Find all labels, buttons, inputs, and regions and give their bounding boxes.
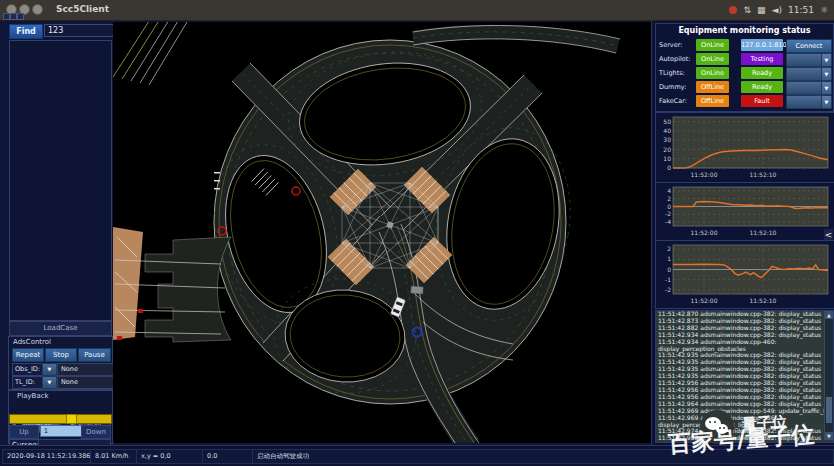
tl-id-dropdown[interactable]: ▼ (42, 376, 57, 389)
screen: Scc5Client ⇅ ▦ ◄) 11:51 ☼ Find LoadCase … (0, 0, 834, 466)
svg-text:2: 2 (667, 245, 671, 252)
status-speed: 8.01 Km/h (90, 449, 142, 464)
map-canvas[interactable] (113, 22, 651, 443)
slider-handle[interactable] (66, 414, 77, 424)
accel-chart-panel: -4-202411:52:0011:52:10 (655, 182, 834, 241)
svg-text:-1: -1 (665, 276, 671, 283)
chevron-down-icon: ▼ (821, 96, 831, 108)
gray-vehicle (411, 286, 424, 294)
down-button[interactable]: Down (81, 425, 111, 439)
status-coords: x,y = 0,0 (136, 449, 208, 464)
equipment-panel: Equipment monitoring status Server: OnLi… (655, 23, 834, 112)
window-title: Scc5Client (56, 4, 109, 14)
log-panel[interactable]: 11:51:42.870 adsmainwindow.cpp-382: disp… (655, 310, 834, 443)
volume-icon[interactable]: ◄) (772, 5, 782, 15)
scroll-up-icon[interactable]: ▲ (825, 311, 833, 319)
steer-chart: -2-101211:52:0011:52:10 (657, 242, 831, 305)
svg-text:11:52:00: 11:52:00 (691, 229, 718, 236)
status-message: 启动自动驾驶成功 (252, 449, 834, 464)
equipment-row-label: FakeCar: (659, 95, 687, 107)
playback-title: PlayBack (17, 392, 49, 400)
find-input[interactable] (44, 24, 116, 37)
step-input[interactable] (40, 425, 86, 437)
chevron-down-icon: ▼ (821, 82, 831, 94)
red-obstacle-marker (138, 309, 143, 313)
log-scrollbar[interactable]: ▲ ▼ (824, 311, 833, 440)
playback-slider[interactable] (9, 414, 112, 424)
svg-text:40: 40 (663, 127, 671, 134)
svg-text:30: 30 (663, 136, 671, 143)
obs-id-value: None (57, 363, 115, 376)
dummy-dropdown[interactable]: ▼ (786, 81, 832, 95)
chevron-down-icon: ▼ (821, 54, 831, 66)
svg-text:50: 50 (663, 118, 671, 125)
equipment-row-label: Server: (659, 39, 682, 51)
status-badge: OnLine (696, 39, 729, 51)
svg-text:1: 1 (667, 255, 671, 262)
svg-text:0: 0 (667, 164, 671, 171)
svg-text:10: 10 (663, 155, 671, 162)
load-case-button[interactable]: LoadCase (9, 321, 112, 336)
scroll-down-icon[interactable]: ▼ (825, 432, 833, 440)
obs-id-dropdown[interactable]: ▼ (42, 363, 57, 376)
settings-gear-icon[interactable]: ☼ (820, 5, 828, 15)
fakecar-dropdown[interactable]: ▼ (786, 95, 832, 109)
clock[interactable]: 11:51 (788, 5, 814, 15)
system-tray: ⇅ ▦ ◄) 11:51 ☼ (729, 2, 828, 18)
status-badge: OnLine (696, 53, 729, 65)
accel-chart: -4-202411:52:0011:52:10 (657, 184, 831, 237)
svg-text:4: 4 (667, 187, 671, 194)
svg-text:11:52:00: 11:52:00 (691, 171, 718, 178)
desktop-topbar: Scc5Client ⇅ ▦ ◄) 11:51 ☼ (0, 0, 834, 21)
speed-chart: 0102030405011:52:0011:52:10 (657, 114, 831, 179)
toolbar-square-icon[interactable] (10, 13, 17, 20)
tlights-dropdown[interactable]: ▼ (786, 67, 832, 81)
network-icon[interactable]: ⇅ (743, 5, 751, 15)
status-timestamp: 2020-09-18 11:52:19.386 (2, 449, 96, 464)
status-value: 0.0 (202, 449, 258, 464)
stop-button[interactable]: Stop (45, 348, 77, 362)
keyboard-icon[interactable]: ▦ (757, 5, 766, 15)
autopilot-dropdown[interactable]: ▼ (786, 53, 832, 67)
steer-chart-panel: -2-101211:52:0011:52:10 (655, 240, 834, 309)
svg-text:0: 0 (667, 203, 671, 210)
svg-text:11:52:10: 11:52:10 (749, 229, 776, 236)
toolbar-square-icon[interactable] (17, 13, 24, 20)
equipment-row: TLights: OnLine Ready ▼ (656, 67, 833, 79)
fault-badge: Fault (741, 95, 783, 107)
chevron-down-icon: ▼ (821, 68, 831, 80)
connect-button[interactable]: Connect (786, 39, 832, 53)
svg-text:20: 20 (663, 146, 671, 153)
left-sidebar: Find LoadCase AdsControl Repeat Stop Pau… (7, 21, 114, 445)
equipment-row: FakeCar: OffLine Fault ▼ (656, 95, 833, 107)
server-address-field[interactable]: 127.0.0.1:8102 (741, 39, 783, 51)
svg-text:-4: -4 (665, 218, 671, 225)
case-listbox[interactable] (9, 40, 112, 321)
equipment-row-label: Dummy: (659, 81, 686, 93)
toolbar-square-icon[interactable] (3, 13, 10, 20)
status-badge: OnLine (696, 67, 729, 79)
map-area[interactable] (113, 22, 651, 443)
equipment-row-label: TLights: (659, 67, 685, 79)
scrollbar-thumb[interactable] (826, 397, 832, 423)
right-panel: Equipment monitoring status Server: OnLi… (651, 21, 834, 445)
ads-control-title: AdsControl (13, 338, 51, 346)
up-button[interactable]: Up (9, 425, 39, 439)
svg-text:-2: -2 (665, 286, 671, 293)
equipment-row: Server: OnLine 127.0.0.1:8102 Connect (656, 39, 833, 51)
svg-text:2: 2 (667, 195, 671, 202)
log-lines: 11:51:42.870 adsmainwindow.cpp-382: disp… (656, 311, 833, 442)
tl-id-label: TL_ID: (12, 376, 44, 389)
svg-text:0: 0 (667, 266, 671, 273)
record-icon[interactable] (729, 6, 737, 14)
repeat-button[interactable]: Repeat (12, 348, 44, 362)
mode-badge: Ready (741, 81, 783, 93)
status-badge: OffLine (696, 95, 729, 107)
mode-badge: Ready (741, 67, 783, 79)
find-button[interactable]: Find (9, 24, 43, 39)
equipment-row: Dummy: OffLine Ready ▼ (656, 81, 833, 93)
pause-button[interactable]: Pause (78, 348, 111, 362)
tl-id-value: None (57, 376, 115, 389)
status-bar: 2020-09-18 11:52:19.386 8.01 Km/h x,y = … (0, 445, 834, 466)
window-maximize-button[interactable] (32, 4, 43, 15)
